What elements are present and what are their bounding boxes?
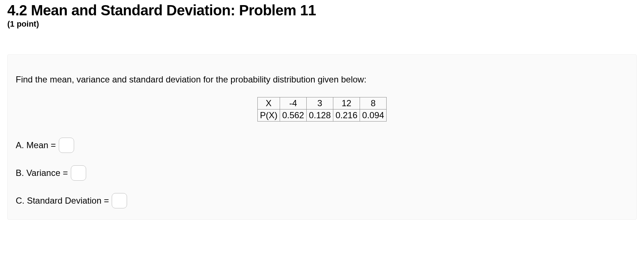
x-value: -4 bbox=[280, 97, 306, 109]
row-label-x: X bbox=[257, 97, 280, 109]
mean-input[interactable] bbox=[59, 138, 74, 153]
answer-row-variance: B. Variance = bbox=[16, 165, 628, 181]
row-label-px: P(X) bbox=[257, 109, 280, 122]
x-value: 12 bbox=[333, 97, 360, 109]
variance-input[interactable] bbox=[71, 165, 86, 181]
table-row: P(X) 0.562 0.128 0.216 0.094 bbox=[257, 109, 386, 122]
p-value: 0.128 bbox=[306, 109, 333, 122]
answer-label-variance: B. Variance = bbox=[16, 168, 68, 178]
x-value: 8 bbox=[360, 97, 387, 109]
answer-row-stddev: C. Standard Deviation = bbox=[16, 193, 628, 208]
answer-row-mean: A. Mean = bbox=[16, 138, 628, 153]
problem-panel: Find the mean, variance and standard dev… bbox=[7, 54, 637, 220]
problem-title: 4.2 Mean and Standard Deviation: Problem… bbox=[7, 0, 637, 19]
answer-label-stddev: C. Standard Deviation = bbox=[16, 196, 109, 206]
p-value: 0.094 bbox=[360, 109, 387, 122]
distribution-table: X -4 3 12 8 P(X) 0.562 0.128 0.216 0.094 bbox=[257, 97, 387, 122]
p-value: 0.216 bbox=[333, 109, 360, 122]
x-value: 3 bbox=[306, 97, 333, 109]
problem-points: (1 point) bbox=[7, 19, 637, 29]
answer-label-mean: A. Mean = bbox=[16, 140, 56, 150]
stddev-input[interactable] bbox=[112, 193, 127, 208]
p-value: 0.562 bbox=[280, 109, 306, 122]
table-row: X -4 3 12 8 bbox=[257, 97, 386, 109]
problem-prompt: Find the mean, variance and standard dev… bbox=[16, 74, 628, 85]
